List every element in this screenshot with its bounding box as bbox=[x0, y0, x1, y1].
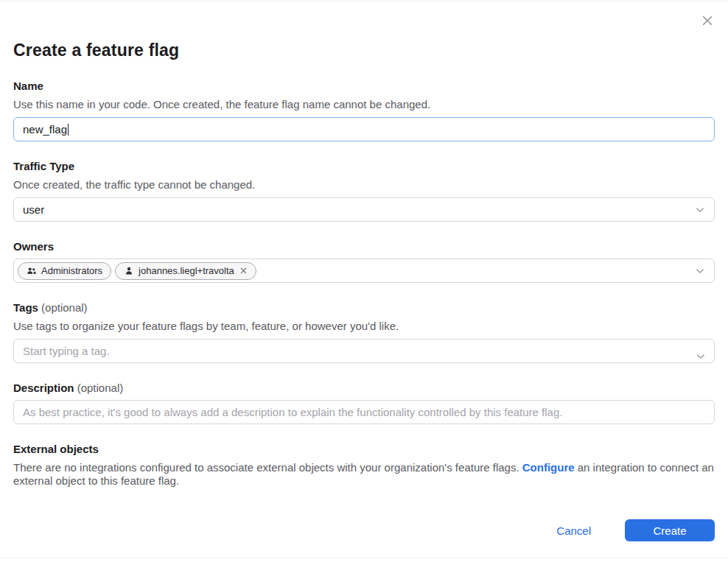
description-label: Description (optional) bbox=[13, 382, 715, 394]
tags-help-text: Use tags to organize your feature flags … bbox=[13, 320, 715, 333]
chevron-down-icon bbox=[695, 266, 705, 276]
name-label: Name bbox=[13, 80, 715, 92]
traffic-type-label: Traffic Type bbox=[13, 160, 715, 172]
owners-label: Owners bbox=[13, 240, 715, 253]
external-objects-section: External objects There are no integratio… bbox=[13, 443, 715, 488]
close-icon bbox=[699, 13, 715, 29]
owners-section: Owners Administrators johannes.liegl+tra… bbox=[13, 240, 715, 283]
traffic-type-value: user bbox=[23, 203, 44, 216]
description-input[interactable] bbox=[13, 400, 715, 424]
chevron-down-icon bbox=[696, 351, 706, 362]
traffic-type-help-text: Once created, the traffic type cannot be… bbox=[13, 178, 715, 192]
external-objects-label: External objects bbox=[13, 443, 715, 455]
modal-footer: Cancel Create bbox=[13, 519, 715, 541]
close-button[interactable] bbox=[699, 12, 716, 29]
create-feature-flag-modal: Create a feature flag Name Use this name… bbox=[0, 0, 728, 562]
traffic-type-section: Traffic Type Once created, the traffic t… bbox=[13, 160, 715, 222]
traffic-type-select[interactable]: user bbox=[13, 197, 715, 222]
tags-label: Tags (optional) bbox=[13, 301, 715, 314]
chevron-down-icon bbox=[695, 205, 705, 215]
create-button[interactable]: Create bbox=[625, 519, 715, 541]
tags-input[interactable] bbox=[13, 339, 715, 363]
name-help-text: Use this name in your code. Once created… bbox=[13, 98, 715, 111]
group-icon bbox=[27, 266, 37, 276]
external-objects-text: There are no integrations configured to … bbox=[13, 461, 715, 488]
owner-chip-administrators[interactable]: Administrators bbox=[18, 262, 111, 280]
name-input-value: new_flag bbox=[23, 123, 67, 136]
person-icon bbox=[124, 266, 134, 276]
modal-title: Create a feature flag bbox=[13, 0, 715, 60]
remove-owner-icon[interactable] bbox=[239, 267, 248, 275]
owner-chip-label: johannes.liegl+travolta bbox=[139, 265, 234, 276]
description-optional-text: (optional) bbox=[77, 382, 124, 394]
owner-chip-label: Administrators bbox=[41, 265, 102, 276]
external-objects-text-before: There are no integrations configured to … bbox=[13, 461, 522, 474]
cancel-button[interactable]: Cancel bbox=[556, 524, 591, 537]
tags-label-text: Tags bbox=[13, 301, 38, 314]
tags-optional-text: (optional) bbox=[41, 301, 88, 314]
owner-chip-user[interactable]: johannes.liegl+travolta bbox=[115, 262, 256, 280]
description-section: Description (optional) bbox=[13, 382, 715, 424]
tags-section: Tags (optional) Use tags to organize you… bbox=[13, 301, 715, 363]
configure-link[interactable]: Configure bbox=[522, 461, 575, 474]
text-cursor bbox=[68, 124, 69, 136]
name-input[interactable]: new_flag bbox=[13, 117, 715, 141]
owners-chips: Administrators johannes.liegl+travolta bbox=[18, 262, 256, 280]
owners-select[interactable]: Administrators johannes.liegl+travolta bbox=[13, 259, 715, 283]
description-label-text: Description bbox=[13, 382, 74, 394]
name-section: Name Use this name in your code. Once cr… bbox=[13, 80, 715, 141]
